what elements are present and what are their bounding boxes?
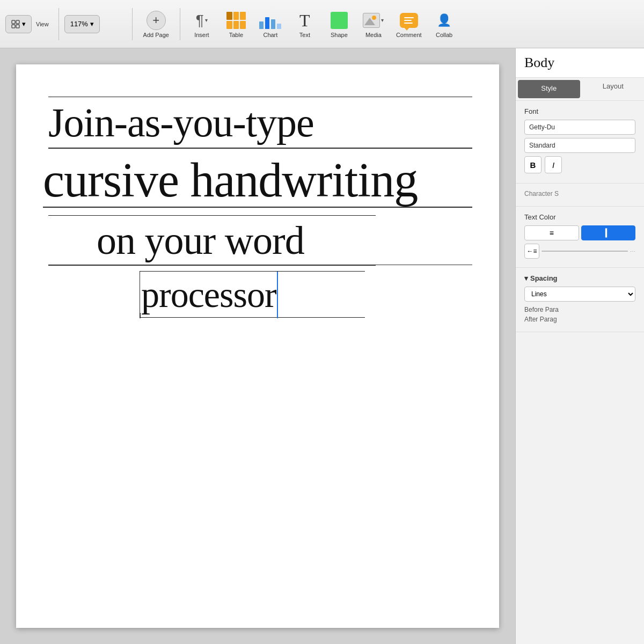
table-icon [226,12,246,29]
spacing-section: ▾ Spacing Lines Before Para After Parag [516,268,644,332]
collab-button[interactable]: 👤 Collab [428,7,460,41]
font-style-row [524,138,635,153]
spacing-label: Spacing [530,274,558,282]
line-group-1: Join-as-you-type [48,97,472,149]
line-group-3: on your word [48,215,472,266]
view-button[interactable]: ▾ [5,15,32,33]
tab-style[interactable]: Style [518,80,580,98]
zoom-button[interactable]: 117% ▾ [64,15,100,33]
font-name-input[interactable] [524,120,635,135]
main-area: Join-as-you-type cursive handwriting on … [0,48,644,644]
panel-header-text: Body [524,55,554,70]
align-left-icon: ≡ [550,229,554,237]
text-cursor-box: processor [140,272,278,317]
text-color-label: Text Color [524,213,635,221]
handwriting-line-4: processor [141,272,276,317]
text-button[interactable]: T Text [289,7,321,41]
font-label: Font [524,107,635,115]
document-canvas[interactable]: Join-as-you-type cursive handwriting on … [0,48,515,644]
handwriting-line-3: on your word [97,216,472,265]
add-page-label: Add Page [143,32,169,38]
text-label: Text [299,32,310,38]
svg-rect-0 [12,20,15,24]
chart-icon [259,12,281,29]
shape-icon [331,12,348,29]
tab-layout[interactable]: Layout [582,78,645,100]
align-right-button[interactable]: ▎ [581,225,636,240]
font-section: Font B I [516,101,644,184]
spacing-header[interactable]: ▾ Spacing [524,274,635,282]
lines-select[interactable]: Lines [524,287,635,302]
text-cursor [277,272,278,318]
svg-rect-3 [16,25,19,28]
add-page-button[interactable]: + Add Page [138,8,174,40]
comment-button[interactable]: Comment [392,7,426,41]
collab-icon: 👤 [437,13,451,27]
chart-button[interactable]: Chart [254,7,287,41]
collab-label: Collab [436,32,452,38]
insert-button[interactable]: ¶ ▾ Insert [186,7,218,41]
indent-dots-icon: ⋯ [630,248,635,254]
line-group-2: cursive handwriting [43,154,472,208]
before-para-label: Before Para [524,306,635,313]
comment-label: Comment [396,32,422,38]
shape-button[interactable]: Shape [323,7,355,41]
italic-button[interactable]: I [545,156,562,173]
align-left-button[interactable]: ≡ [524,225,579,240]
line-group-4: processor [48,271,472,318]
chart-label: Chart [263,32,277,38]
view-group: ▾ View [5,15,49,33]
media-chevron-icon: ▾ [381,17,384,23]
right-panel: Body Style Layout Font B I Character S [515,48,644,644]
font-name-row [524,120,635,135]
view-icon [11,20,20,28]
font-formatting-row: B I [524,156,635,173]
indent-slider [541,251,628,252]
view-chevron: ▾ [22,20,26,28]
view-label: View [36,21,49,27]
char-spacing-label: Character S [524,190,635,197]
separator-3 [180,8,180,40]
svg-rect-1 [16,20,19,24]
add-page-icon: + [147,11,166,30]
separator-2 [132,8,133,40]
indent-decrease-icon: ←≡ [526,247,537,255]
table-button[interactable]: Table [220,7,252,41]
indent-decrease-button[interactable]: ←≡ [524,244,539,259]
shape-label: Shape [331,32,348,38]
media-icon [363,13,380,28]
insert-icon: ¶ [196,12,204,29]
spacing-chevron-icon: ▾ [524,274,528,282]
handwriting-line-2: cursive handwriting [43,154,472,207]
text-color-section: Text Color ≡ ▎ ←≡ ⋯ [516,207,644,268]
handwriting-line-1: Join-as-you-type [48,97,472,148]
svg-rect-2 [12,25,15,28]
align-right-icon: ▎ [605,229,611,237]
comment-icon [400,13,418,28]
indent-row: ←≡ ⋯ [524,244,635,259]
text-icon: T [299,12,310,29]
document-page: Join-as-you-type cursive handwriting on … [16,64,499,628]
insert-label: Insert [194,32,209,38]
insert-chevron-icon: ▾ [205,17,208,23]
media-label: Media [365,32,382,38]
media-button[interactable]: ▾ Media [357,7,390,41]
panel-tabs: Style Layout [516,78,644,101]
font-style-input[interactable] [524,138,635,153]
zoom-value: 117% [70,20,88,28]
panel-header: Body [516,48,644,78]
bold-button[interactable]: B [524,156,541,173]
after-para-label: After Parag [524,316,635,323]
toolbar: ▾ View 117% ▾ View + Add Page ¶ ▾ Insert [0,0,644,48]
zoom-group: 117% ▾ View [64,15,116,33]
separator-1 [58,8,59,40]
alignment-row: ≡ ▎ [524,225,635,240]
zoom-chevron: ▾ [90,20,94,28]
table-label: Table [229,32,243,38]
char-spacing-section: Character S [516,184,644,207]
